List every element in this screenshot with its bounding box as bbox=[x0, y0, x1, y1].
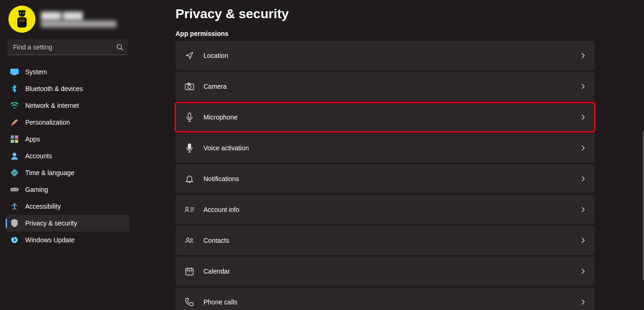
sidebar-item-network[interactable]: Network & internet bbox=[6, 97, 130, 114]
sidebar-nav: System Bluetooth & devices Network & int… bbox=[6, 63, 130, 248]
sidebar-item-label: System bbox=[25, 68, 47, 76]
globe-icon bbox=[10, 169, 19, 176]
sidebar-item-apps[interactable]: Apps bbox=[6, 131, 130, 148]
sidebar-item-label: Accessibility bbox=[25, 203, 61, 210]
svg-point-26 bbox=[188, 85, 191, 89]
accessibility-icon bbox=[10, 203, 19, 210]
sidebar-item-privacy-security[interactable]: Privacy & security bbox=[6, 215, 130, 232]
chevron-right-icon bbox=[581, 237, 585, 244]
svg-rect-14 bbox=[11, 140, 14, 143]
sidebar-item-system[interactable]: System bbox=[6, 63, 130, 80]
sidebar-item-accessibility[interactable]: Accessibility bbox=[6, 198, 130, 215]
svg-point-22 bbox=[16, 189, 17, 190]
sidebar-item-gaming[interactable]: Gaming bbox=[6, 181, 130, 198]
svg-point-2 bbox=[20, 13, 21, 14]
contacts-icon bbox=[185, 237, 194, 244]
sidebar-item-label: Bluetooth & devices bbox=[25, 85, 83, 92]
svg-rect-8 bbox=[10, 69, 19, 74]
sidebar-item-accounts[interactable]: Accounts bbox=[6, 148, 130, 164]
sidebar-item-label: Gaming bbox=[25, 186, 48, 193]
row-label: Microphone bbox=[203, 113, 238, 121]
chevron-right-icon bbox=[581, 83, 585, 90]
search-container bbox=[7, 39, 128, 55]
chevron-right-icon bbox=[581, 268, 585, 275]
svg-line-7 bbox=[121, 49, 123, 50]
svg-rect-25 bbox=[185, 84, 194, 90]
profile-block[interactable]: ████ ████ ███████████████████ bbox=[6, 4, 130, 39]
chevron-right-icon bbox=[581, 145, 585, 151]
svg-rect-1 bbox=[17, 17, 27, 28]
svg-point-34 bbox=[186, 207, 188, 210]
row-label: Phone calls bbox=[203, 298, 237, 306]
avatar bbox=[8, 6, 35, 33]
sidebar-item-windows-update[interactable]: Windows Update bbox=[6, 232, 130, 248]
sidebar-item-bluetooth[interactable]: Bluetooth & devices bbox=[6, 80, 130, 97]
sidebar-item-personalization[interactable]: Personalization bbox=[6, 114, 130, 131]
row-label: Notifications bbox=[203, 175, 239, 183]
row-label: Contacts bbox=[203, 237, 229, 244]
microphone-icon bbox=[185, 113, 194, 122]
chevron-right-icon bbox=[581, 206, 585, 213]
sidebar-item-label: Network & internet bbox=[25, 102, 79, 109]
brush-icon bbox=[10, 119, 19, 126]
svg-point-17 bbox=[11, 169, 18, 176]
sidebar-item-label: Apps bbox=[25, 135, 40, 143]
row-notifications[interactable]: Notifications bbox=[175, 164, 595, 193]
svg-rect-20 bbox=[10, 188, 19, 191]
sidebar-item-label: Time & language bbox=[25, 169, 74, 176]
svg-point-11 bbox=[11, 124, 13, 126]
gamepad-icon bbox=[10, 187, 19, 192]
svg-point-16 bbox=[13, 153, 16, 156]
svg-point-21 bbox=[12, 189, 13, 190]
sidebar-item-label: Accounts bbox=[25, 152, 52, 160]
row-label: Account info bbox=[203, 206, 239, 213]
permissions-list: Location Camera Microphone Voice activat… bbox=[175, 41, 595, 310]
row-location[interactable]: Location bbox=[175, 41, 595, 70]
update-icon bbox=[10, 236, 19, 244]
sidebar-item-label: Privacy & security bbox=[25, 219, 77, 227]
svg-rect-28 bbox=[188, 113, 191, 118]
system-icon bbox=[10, 69, 19, 75]
svg-rect-15 bbox=[15, 140, 18, 143]
apps-icon bbox=[10, 135, 19, 143]
row-phone-calls[interactable]: Phone calls bbox=[175, 288, 595, 310]
svg-point-38 bbox=[187, 238, 189, 240]
row-voice-activation[interactable]: Voice activation bbox=[175, 134, 595, 162]
calendar-icon bbox=[185, 267, 194, 275]
chevron-right-icon bbox=[581, 114, 585, 120]
sidebar-item-time-language[interactable]: Time & language bbox=[6, 164, 130, 181]
row-microphone[interactable]: Microphone bbox=[175, 103, 595, 132]
search-icon[interactable] bbox=[116, 44, 123, 51]
voice-activation-icon bbox=[185, 143, 194, 153]
profile-text: ████ ████ ███████████████████ bbox=[41, 12, 117, 27]
svg-rect-31 bbox=[188, 144, 191, 149]
svg-rect-13 bbox=[15, 135, 18, 139]
profile-email: ███████████████████ bbox=[41, 21, 117, 27]
profile-name: ████ ████ bbox=[41, 12, 117, 20]
sidebar-item-label: Windows Update bbox=[25, 236, 75, 244]
bluetooth-icon bbox=[10, 85, 19, 93]
row-camera[interactable]: Camera bbox=[175, 72, 595, 101]
bell-icon bbox=[185, 175, 194, 183]
svg-point-10 bbox=[14, 107, 15, 109]
row-calendar[interactable]: Calendar bbox=[175, 257, 595, 286]
page-title: Privacy & security bbox=[175, 7, 644, 21]
section-title: App permissions bbox=[175, 30, 644, 37]
sidebar: ████ ████ ███████████████████ System Blu… bbox=[0, 0, 135, 310]
svg-point-3 bbox=[23, 13, 24, 14]
svg-point-23 bbox=[14, 203, 15, 205]
row-contacts[interactable]: Contacts bbox=[175, 226, 595, 255]
chevron-right-icon bbox=[581, 176, 585, 182]
row-label: Camera bbox=[203, 83, 227, 90]
search-input[interactable] bbox=[7, 39, 128, 55]
sidebar-item-label: Personalization bbox=[25, 119, 70, 126]
svg-rect-4 bbox=[18, 10, 26, 12]
person-icon bbox=[10, 152, 19, 160]
shield-icon bbox=[10, 219, 19, 227]
svg-rect-9 bbox=[13, 74, 16, 75]
chevron-right-icon bbox=[581, 299, 585, 305]
row-label: Calendar bbox=[203, 268, 230, 275]
row-account-info[interactable]: Account info bbox=[175, 195, 595, 224]
svg-rect-5 bbox=[19, 19, 25, 22]
svg-point-6 bbox=[117, 44, 121, 49]
